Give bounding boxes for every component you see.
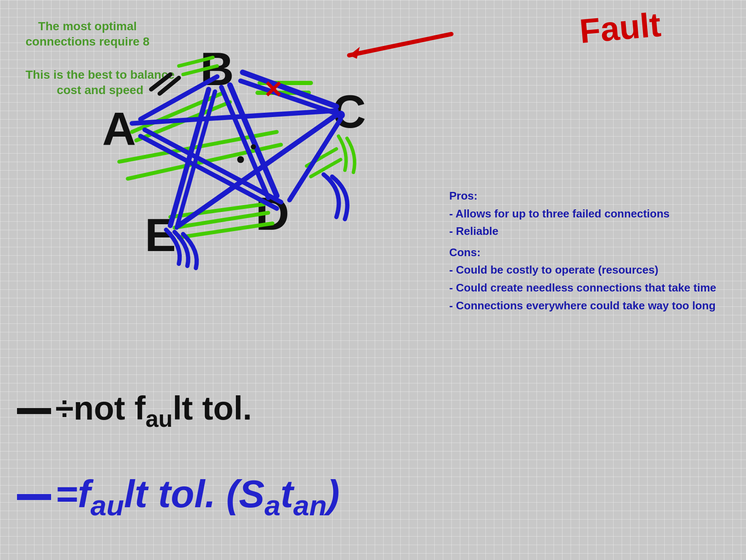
svg-line-18 bbox=[243, 72, 336, 106]
dash-blue-1 bbox=[17, 494, 51, 500]
pros-item-1: - Allows for up to three failed connecti… bbox=[449, 205, 716, 223]
fault-arrow bbox=[349, 34, 451, 59]
svg-line-0 bbox=[349, 34, 451, 55]
dash-black-1 bbox=[17, 408, 51, 414]
cons-item-1: - Could be costly to operate (resources) bbox=[449, 261, 716, 279]
not-fault-tolerant-text: ÷not fault tol. bbox=[17, 389, 252, 432]
cons-item-3: - Connections everywhere could take way … bbox=[449, 297, 716, 315]
cons-title: Cons: bbox=[449, 244, 716, 262]
node-a: A bbox=[102, 102, 136, 154]
cons-item-2: - Could create needless connections that… bbox=[449, 279, 716, 297]
pros-cons-section: Pros: - Allows for up to three failed co… bbox=[449, 187, 716, 314]
svg-point-31 bbox=[336, 111, 345, 119]
pros-title: Pros: bbox=[449, 187, 716, 205]
fault-tolerant-text: =fault tol. (Satan) bbox=[17, 472, 340, 522]
pros-item-2: - Reliable bbox=[449, 223, 716, 240]
svg-point-30 bbox=[251, 144, 256, 149]
fault-x-mark: ✕ bbox=[263, 77, 283, 103]
svg-point-29 bbox=[237, 156, 244, 163]
